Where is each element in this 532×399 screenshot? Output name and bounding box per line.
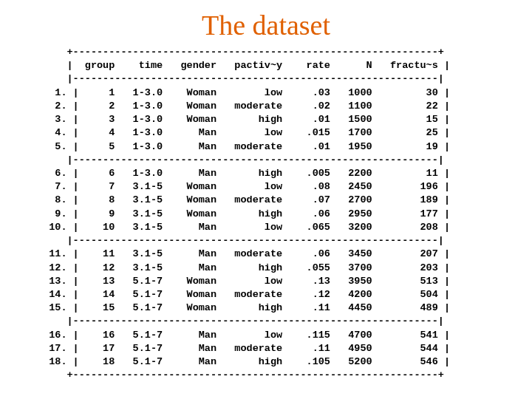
page-title: The dataset — [0, 9, 532, 41]
data-table: +---------------------------------------… — [37, 46, 532, 382]
